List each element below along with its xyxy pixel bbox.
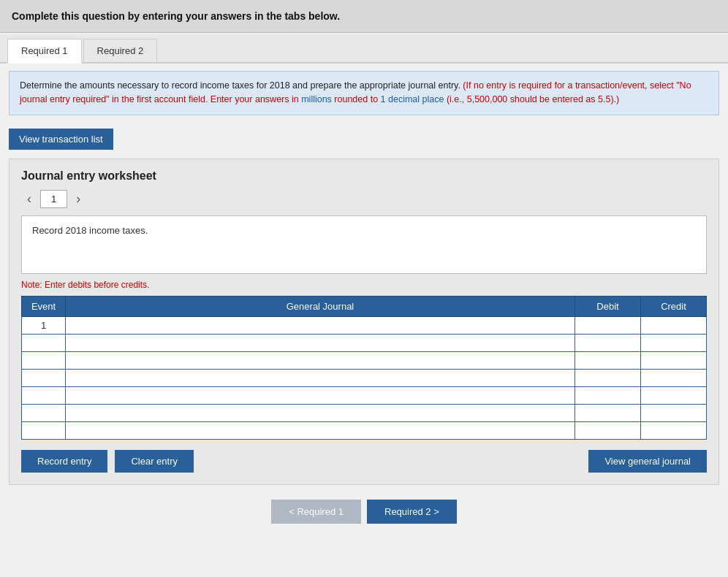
journal-table: Event General Journal Debit Credit 1: [21, 296, 707, 440]
table-row: [22, 421, 707, 439]
general-journal-input[interactable]: [66, 405, 575, 421]
debit-cell[interactable]: [575, 351, 641, 369]
debit-cell[interactable]: [575, 334, 641, 351]
debit-input[interactable]: [575, 352, 640, 369]
general-journal-cell[interactable]: [66, 334, 575, 351]
general-journal-input[interactable]: [66, 370, 575, 386]
debit-input[interactable]: [575, 387, 640, 404]
header-bar: Complete this question by entering your …: [0, 0, 728, 33]
instruction-box: Determine the amounts necessary to recor…: [9, 71, 719, 115]
table-row: [22, 351, 707, 369]
credit-cell[interactable]: [641, 334, 707, 351]
col-header-event: Event: [22, 296, 66, 316]
tabs-bar: Required 1 Required 2: [0, 34, 728, 64]
col-header-credit: Credit: [641, 296, 707, 316]
page-tab-1[interactable]: 1: [40, 190, 67, 208]
note-text: Note: Enter debits before credits.: [21, 280, 707, 290]
debit-input[interactable]: [575, 335, 640, 351]
debit-cell[interactable]: [575, 421, 641, 439]
general-journal-cell[interactable]: [66, 351, 575, 369]
table-row: [22, 334, 707, 351]
debit-cell[interactable]: [575, 404, 641, 421]
credit-input[interactable]: [641, 317, 706, 334]
general-journal-input[interactable]: [66, 317, 575, 334]
event-cell: [22, 421, 66, 439]
buttons-row: Record entry Clear entry View general jo…: [21, 450, 707, 473]
col-header-general-journal: General Journal: [66, 296, 575, 316]
debit-input[interactable]: [575, 317, 640, 334]
general-journal-cell[interactable]: [66, 404, 575, 421]
credit-cell[interactable]: [641, 316, 707, 334]
event-cell: [22, 369, 66, 386]
tab-required-2[interactable]: Required 2: [83, 39, 158, 62]
description-text: Record 2018 income taxes.: [32, 225, 148, 236]
debit-cell[interactable]: [575, 369, 641, 386]
credit-cell[interactable]: [641, 369, 707, 386]
debit-input[interactable]: [575, 405, 640, 421]
instruction-main: Determine the amounts necessary to recor…: [20, 80, 463, 91]
bottom-nav: < Required 1 Required 2 >: [0, 500, 728, 524]
general-journal-cell[interactable]: [66, 386, 575, 404]
event-cell: 1: [22, 316, 66, 334]
worksheet-title: Journal entry worksheet: [21, 169, 707, 183]
debit-cell[interactable]: [575, 316, 641, 334]
general-journal-input[interactable]: [66, 352, 575, 369]
nav-tabs-row: ‹ 1 ›: [21, 190, 707, 208]
credit-input[interactable]: [641, 370, 706, 386]
table-row: 1: [22, 316, 707, 334]
bottom-next-button[interactable]: Required 2 >: [367, 500, 457, 524]
table-row: [22, 369, 707, 386]
event-cell: [22, 386, 66, 404]
tab-required-1[interactable]: Required 1: [7, 39, 82, 64]
general-journal-input[interactable]: [66, 335, 575, 351]
event-cell: [22, 404, 66, 421]
debit-input[interactable]: [575, 370, 640, 386]
credit-cell[interactable]: [641, 404, 707, 421]
general-journal-input[interactable]: [66, 422, 575, 439]
header-text: Complete this question by entering your …: [12, 10, 340, 22]
event-cell: [22, 334, 66, 351]
bottom-prev-button[interactable]: < Required 1: [271, 500, 361, 524]
general-journal-cell[interactable]: [66, 316, 575, 334]
page-wrapper: Complete this question by entering your …: [0, 0, 728, 577]
table-row: [22, 404, 707, 421]
clear-entry-button[interactable]: Clear entry: [115, 450, 194, 473]
credit-cell[interactable]: [641, 386, 707, 404]
prev-page-arrow[interactable]: ‹: [21, 190, 37, 208]
general-journal-input[interactable]: [66, 387, 575, 404]
general-journal-cell[interactable]: [66, 421, 575, 439]
credit-input[interactable]: [641, 352, 706, 369]
debit-cell[interactable]: [575, 386, 641, 404]
event-cell: [22, 351, 66, 369]
worksheet-container: Journal entry worksheet ‹ 1 › Record 201…: [9, 158, 719, 485]
credit-input[interactable]: [641, 405, 706, 421]
view-transaction-button[interactable]: View transaction list: [9, 129, 113, 150]
col-header-debit: Debit: [575, 296, 641, 316]
credit-cell[interactable]: [641, 421, 707, 439]
general-journal-cell[interactable]: [66, 369, 575, 386]
credit-input[interactable]: [641, 422, 706, 439]
view-general-journal-button[interactable]: View general journal: [588, 450, 707, 473]
credit-cell[interactable]: [641, 351, 707, 369]
record-entry-button[interactable]: Record entry: [21, 450, 107, 473]
description-box: Record 2018 income taxes.: [21, 215, 707, 274]
credit-input[interactable]: [641, 335, 706, 351]
table-row: [22, 386, 707, 404]
next-page-arrow[interactable]: ›: [70, 190, 86, 208]
credit-input[interactable]: [641, 387, 706, 404]
debit-input[interactable]: [575, 422, 640, 439]
